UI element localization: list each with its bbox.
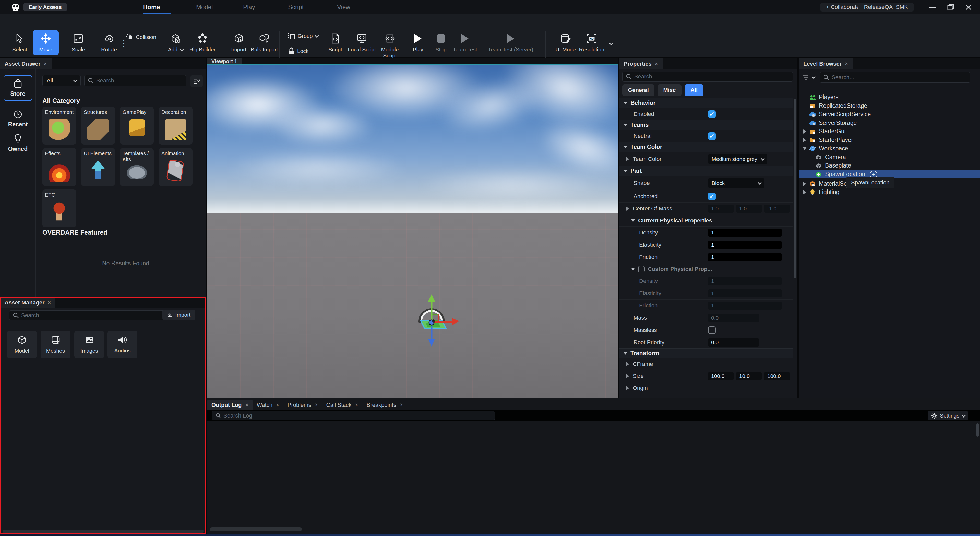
menu-play[interactable]: Play bbox=[243, 0, 255, 14]
tab-close-icon[interactable]: × bbox=[44, 60, 47, 67]
properties-scrollbar[interactable] bbox=[794, 99, 796, 278]
move-gizmo[interactable] bbox=[401, 290, 467, 351]
category-card-environment[interactable]: Environment bbox=[42, 107, 76, 145]
expand-icon[interactable] bbox=[626, 207, 629, 211]
tab-close-icon[interactable]: × bbox=[315, 402, 318, 408]
size-x-input[interactable]: 100.0 bbox=[708, 372, 733, 380]
output-search-input[interactable] bbox=[223, 412, 491, 419]
current-elasticity-input[interactable]: 1 bbox=[708, 241, 781, 249]
custom-density-input[interactable]: 1 bbox=[708, 277, 781, 285]
lock-button[interactable]: Lock bbox=[288, 48, 309, 55]
level-browser-filter-button[interactable] bbox=[803, 74, 815, 80]
tab-breakpoints[interactable]: Breakpoints× bbox=[362, 400, 407, 410]
tab-close-icon[interactable]: × bbox=[845, 60, 848, 67]
collapsed-arrow-icon[interactable] bbox=[803, 129, 806, 134]
expand-icon[interactable] bbox=[626, 374, 629, 378]
local-script-button[interactable]: Local Script bbox=[348, 33, 376, 52]
tree-item-lighting[interactable]: Lighting bbox=[799, 188, 980, 196]
tab-call-stack[interactable]: Call Stack× bbox=[322, 400, 363, 410]
enabled-checkbox[interactable]: ✓ bbox=[708, 110, 716, 118]
tree-item-camera[interactable]: Camera bbox=[799, 153, 980, 161]
level-browser-search-input[interactable] bbox=[832, 74, 966, 81]
subsection-current-physical[interactable]: Current Physical Properties bbox=[619, 215, 793, 226]
tab-close-icon[interactable]: × bbox=[400, 402, 403, 408]
tree-item-server-script-service[interactable]: ServerScriptService bbox=[799, 110, 980, 118]
asset-card-audios[interactable]: Audios bbox=[108, 331, 137, 358]
group-button[interactable]: Group bbox=[288, 33, 318, 39]
expand-icon[interactable] bbox=[626, 362, 629, 366]
viewport-scene[interactable] bbox=[207, 64, 618, 398]
tab-close-icon[interactable]: × bbox=[245, 402, 249, 408]
tree-item-starter-player[interactable]: StarterPlayer bbox=[799, 136, 980, 144]
rig-builder-button[interactable]: Rig Builder bbox=[188, 33, 216, 52]
category-card-decoration[interactable]: Decoration bbox=[159, 107, 192, 145]
current-friction-input[interactable]: 1 bbox=[708, 253, 781, 261]
output-hscrollbar[interactable] bbox=[210, 527, 302, 531]
properties-tab[interactable]: Properties× bbox=[619, 58, 663, 70]
import-button[interactable]: Import bbox=[225, 33, 253, 52]
tree-item-workspace[interactable]: Workspace bbox=[799, 144, 980, 153]
category-filter-dropdown[interactable]: All bbox=[42, 75, 81, 86]
team-test-server-button[interactable]: Team Test (Server) bbox=[485, 33, 536, 52]
output-settings-button[interactable]: Settings bbox=[928, 411, 968, 420]
maximize-icon[interactable] bbox=[947, 3, 955, 11]
shape-dropdown[interactable]: Block bbox=[708, 178, 764, 188]
category-card-ui-elements[interactable]: UI Elements bbox=[81, 148, 115, 186]
filter-all-button[interactable]: All bbox=[684, 84, 703, 96]
custom-elasticity-input[interactable]: 1 bbox=[708, 289, 781, 297]
resolution-button[interactable]: HD Resolution bbox=[578, 33, 606, 52]
team-color-dropdown[interactable]: Medium stone grey bbox=[708, 154, 767, 164]
team-test-button[interactable]: Team Test bbox=[451, 33, 479, 52]
asset-manager-hscrollbar[interactable] bbox=[3, 530, 204, 533]
properties-search-input[interactable] bbox=[634, 73, 789, 80]
section-behavior[interactable]: Behavior bbox=[619, 98, 793, 108]
viewport-tab[interactable]: Viewport 1 bbox=[207, 58, 242, 64]
anchored-checkbox[interactable]: ✓ bbox=[708, 192, 716, 200]
section-team-color[interactable]: Team Color bbox=[619, 142, 793, 152]
scale-tool-button[interactable]: Scale bbox=[64, 33, 92, 52]
move-tool-button[interactable]: Move bbox=[33, 30, 59, 55]
tab-problems[interactable]: Problems× bbox=[283, 400, 322, 410]
select-tool-button[interactable]: Select bbox=[6, 33, 34, 52]
section-teams[interactable]: Teams bbox=[619, 120, 793, 130]
tree-item-players[interactable]: Players bbox=[799, 93, 980, 101]
output-search[interactable] bbox=[212, 411, 495, 420]
collision-toggle[interactable]: Collision bbox=[126, 34, 156, 40]
category-card-animation[interactable]: Animation bbox=[159, 148, 192, 186]
filter-misc-button[interactable]: Misc bbox=[657, 84, 681, 96]
tab-watch[interactable]: Watch× bbox=[253, 400, 283, 410]
asset-drawer-filter-button[interactable] bbox=[191, 75, 203, 87]
asset-card-images[interactable]: Images bbox=[74, 331, 104, 358]
collapsed-arrow-icon[interactable] bbox=[803, 190, 806, 194]
tree-item-server-storage[interactable]: ServerStorage bbox=[799, 119, 980, 127]
asset-card-model[interactable]: Model bbox=[7, 331, 37, 358]
add-button[interactable]: Add bbox=[161, 33, 189, 52]
asset-drawer-search[interactable] bbox=[84, 75, 186, 86]
menu-view[interactable]: View bbox=[337, 0, 350, 14]
asset-drawer-search-input[interactable] bbox=[96, 77, 183, 84]
gizmo-x-axis[interactable] bbox=[433, 321, 455, 323]
minimize-icon[interactable] bbox=[929, 3, 937, 11]
properties-search[interactable] bbox=[622, 72, 793, 82]
rotate-tool-button[interactable]: Rotate bbox=[95, 33, 123, 52]
size-y-input[interactable]: 10.0 bbox=[736, 372, 762, 380]
rail-item-store[interactable]: Store bbox=[3, 75, 32, 101]
resolution-chevron-icon[interactable] bbox=[609, 41, 612, 46]
menu-home[interactable]: Home bbox=[143, 0, 160, 14]
section-part[interactable]: Part bbox=[619, 166, 793, 176]
category-card-templates-kits[interactable]: Templates / Kits bbox=[120, 148, 154, 186]
section-transform[interactable]: Transform bbox=[619, 348, 793, 358]
expanded-arrow-icon[interactable] bbox=[803, 147, 807, 150]
com-z-input[interactable]: -1.0 bbox=[764, 205, 790, 213]
mass-input[interactable]: 0.0 bbox=[708, 314, 759, 322]
asset-manager-tab[interactable]: Asset Manager× bbox=[0, 297, 56, 308]
script-button[interactable]: Script bbox=[321, 33, 349, 52]
tree-item-baseplate[interactable]: Baseplate bbox=[799, 161, 980, 170]
module-script-button[interactable]: Module Script bbox=[376, 33, 404, 59]
output-vscrollbar[interactable] bbox=[977, 423, 979, 437]
asset-card-meshes[interactable]: Meshes bbox=[41, 331, 70, 358]
expand-icon[interactable] bbox=[626, 157, 629, 161]
collapsed-arrow-icon[interactable] bbox=[803, 138, 806, 142]
category-card-effects[interactable]: Effects bbox=[42, 148, 76, 186]
menu-model[interactable]: Model bbox=[196, 0, 213, 14]
